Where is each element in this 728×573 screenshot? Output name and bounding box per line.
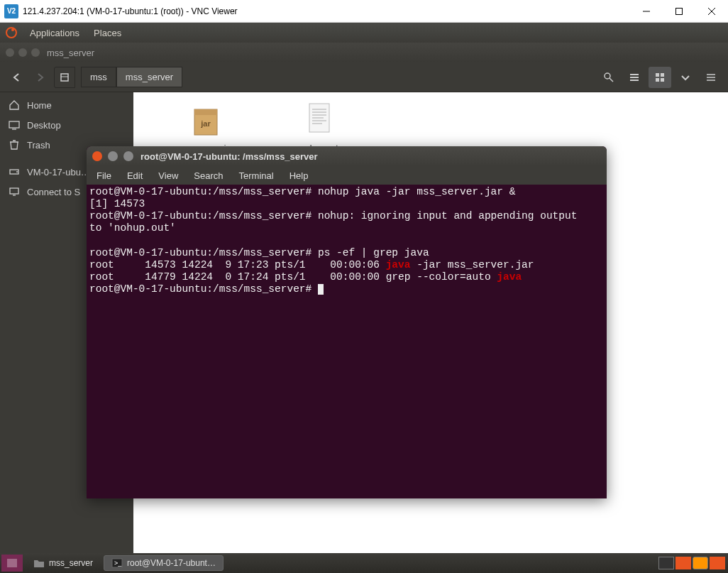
svg-rect-25 <box>194 109 217 115</box>
hamburger-menu-icon[interactable] <box>700 67 722 88</box>
svg-rect-18 <box>9 121 19 128</box>
svg-rect-11 <box>656 73 659 77</box>
network-icon <box>9 186 20 197</box>
view-options-icon[interactable] <box>674 67 697 88</box>
svg-point-21 <box>16 171 18 173</box>
desktop-icon <box>9 119 20 131</box>
workspace-1[interactable] <box>658 557 674 569</box>
show-desktop-button[interactable] <box>1 555 23 572</box>
trash-icon <box>9 139 20 151</box>
list-view-icon[interactable] <box>623 67 646 88</box>
path-root-button[interactable] <box>54 67 75 88</box>
fm-maximize-icon[interactable] <box>31 48 40 57</box>
term-line: -jar mss_server.jar <box>410 259 534 271</box>
terminal-content[interactable]: root@VM-0-17-ubuntu:/mss/mss_server# noh… <box>87 185 607 297</box>
firefox-icon[interactable] <box>693 557 708 569</box>
drive-icon <box>9 166 20 178</box>
breadcrumb-mss[interactable]: mss <box>81 67 116 87</box>
term-line: to 'nohup.out' <box>89 222 176 234</box>
search-icon[interactable] <box>597 67 620 88</box>
terminal-menubar: File Edit View Search Terminal Help <box>87 166 607 185</box>
svg-line-7 <box>610 78 613 82</box>
sidebar-item-home[interactable]: Home <box>0 95 133 115</box>
home-icon <box>9 99 20 111</box>
svg-rect-34 <box>7 559 17 567</box>
sidebar-label: VM-0-17-ubu… <box>27 167 90 178</box>
vnc-titlebar: V2 121.4.237.204:1 (VM-0-17-ubuntu:1 (ro… <box>0 0 728 23</box>
menu-terminal[interactable]: Terminal <box>232 169 281 182</box>
menu-help[interactable]: Help <box>282 169 316 182</box>
minimize-button[interactable] <box>630 0 663 23</box>
term-line: [1] 14573 <box>89 198 145 209</box>
sidebar-label: Trash <box>27 140 50 151</box>
menu-view[interactable]: View <box>151 169 185 182</box>
terminal-cursor <box>318 284 324 295</box>
term-line: root 14573 14224 9 17:23 pts/1 00:00:06 <box>89 259 386 271</box>
taskbar-item-fm[interactable]: mss_server <box>26 555 101 571</box>
taskbar-label: mss_server <box>49 558 93 568</box>
svg-point-6 <box>605 73 610 79</box>
ubuntu-desktop: Applications Places mss_server mss <box>0 23 728 573</box>
terminal-titlebar[interactable]: root@VM-0-17-ubuntu: /mss/mss_server <box>87 146 607 166</box>
term-line: root@VM-0-17-ubuntu:/mss/mss_server# <box>89 283 318 295</box>
term-line: root@VM-0-17-ubuntu:/mss/mss_server# noh… <box>89 186 515 197</box>
svg-rect-12 <box>661 73 664 77</box>
term-line: root@VM-0-17-ubuntu:/mss/mss_server# noh… <box>89 210 583 222</box>
sidebar-label: Connect to S <box>27 187 80 197</box>
terminal-title: root@VM-0-17-ubuntu: /mss/mss_server <box>140 151 318 162</box>
forward-button[interactable] <box>30 67 51 88</box>
file-item-nohup[interactable]: nohup.out <box>277 101 362 153</box>
grid-view-icon[interactable] <box>649 67 671 88</box>
terminal-maximize-icon[interactable] <box>123 151 133 161</box>
term-line: root 14779 14224 0 17:24 pts/1 00:00:00 … <box>89 271 497 283</box>
vnc-window-title: 121.4.237.204:1 (VM-0-17-ubuntu:1 (root)… <box>23 6 630 16</box>
workspace-2[interactable] <box>675 557 691 569</box>
breadcrumb-mss-server[interactable]: mss_server <box>116 67 182 87</box>
ubuntu-logo-icon[interactable] <box>6 27 17 38</box>
terminal-icon: >_ <box>111 558 123 568</box>
places-menu[interactable]: Places <box>87 28 128 38</box>
sidebar-label: Home <box>27 100 52 111</box>
file-manager-toolbar: mss mss_server <box>0 62 728 92</box>
workspace-4[interactable] <box>710 557 725 569</box>
svg-text:>_: >_ <box>114 560 122 567</box>
file-item-jar[interactable]: jar mss_server.jar <box>163 101 248 153</box>
fm-window-title: mss_server <box>47 48 94 58</box>
ubuntu-taskbar: mss_server >_ root@VM-0-17-ubunt… <box>0 553 728 573</box>
terminal-close-icon[interactable] <box>92 151 102 161</box>
terminal-window: root@VM-0-17-ubuntu: /mss/mss_server Fil… <box>87 146 607 498</box>
taskbar-item-terminal[interactable]: >_ root@VM-0-17-ubunt… <box>104 555 224 571</box>
sidebar-label: Desktop <box>27 120 61 131</box>
svg-rect-22 <box>10 188 18 194</box>
menu-edit[interactable]: Edit <box>120 169 150 182</box>
term-highlight: java <box>497 271 522 283</box>
back-button[interactable] <box>6 67 27 88</box>
fm-minimize-icon[interactable] <box>18 48 27 57</box>
svg-rect-4 <box>61 74 68 81</box>
svg-rect-1 <box>676 8 683 14</box>
svg-text:jar: jar <box>200 119 211 128</box>
vnc-viewer-icon: V2 <box>4 4 18 18</box>
jar-icon: jar <box>189 101 223 141</box>
menu-file[interactable]: File <box>89 169 118 182</box>
applications-menu[interactable]: Applications <box>23 28 87 38</box>
svg-rect-13 <box>656 78 659 82</box>
file-manager-titlebar[interactable]: mss_server <box>0 43 728 62</box>
folder-icon <box>33 558 45 568</box>
term-line: root@VM-0-17-ubuntu:/mss/mss_server# ps … <box>89 247 429 258</box>
text-file-icon <box>302 101 336 141</box>
term-highlight: java <box>386 259 411 271</box>
taskbar-label: root@VM-0-17-ubunt… <box>127 558 216 568</box>
maximize-button[interactable] <box>663 0 695 23</box>
close-button[interactable] <box>695 0 728 23</box>
terminal-minimize-icon[interactable] <box>108 151 118 161</box>
svg-rect-14 <box>661 78 664 82</box>
menu-search[interactable]: Search <box>187 169 230 182</box>
fm-close-icon[interactable] <box>6 48 14 57</box>
sidebar-item-desktop[interactable]: Desktop <box>0 115 133 135</box>
ubuntu-top-panel: Applications Places <box>0 23 728 43</box>
